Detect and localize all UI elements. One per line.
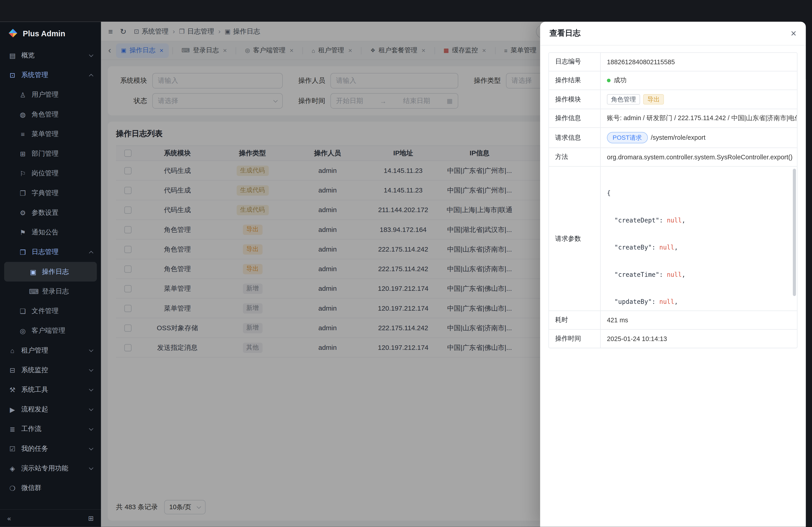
sidebar-item-client-management[interactable]: ◎客户端管理 — [4, 321, 97, 340]
scrollbar-thumb[interactable] — [793, 169, 796, 296]
sidebar-item-post-management[interactable]: ⚐岗位管理 — [4, 164, 97, 183]
sidebar-item-label: 菜单管理 — [32, 130, 58, 139]
sidebar-item-dict-management[interactable]: ❐字典管理 — [4, 183, 97, 203]
chevron-down-icon — [89, 406, 93, 411]
system-icon: ⊡ — [8, 71, 17, 79]
chevron-down-icon — [89, 347, 93, 352]
drawer-header: 查看日志 × — [540, 21, 806, 46]
app-logo-icon — [8, 28, 18, 38]
request-params-json[interactable]: { "createDept": null, "createBy": null, … — [607, 171, 791, 306]
notice-icon: ⚑ — [19, 229, 27, 236]
file-icon: ❏ — [19, 307, 27, 315]
success-dot — [607, 79, 611, 82]
sidebar-item-label: 日志管理 — [32, 247, 58, 257]
sidebar-item-my-tasks[interactable]: ☑我的任务 — [4, 439, 97, 458]
sidebar-item-label: 岗位管理 — [32, 169, 58, 178]
log-icon: ❒ — [19, 248, 27, 256]
gear-icon: ⚙ — [19, 209, 27, 216]
process-start-icon: ▶ — [8, 406, 17, 413]
chevron-down-icon — [89, 52, 93, 57]
sidebar-item-notice[interactable]: ⚑通知公告 — [4, 223, 97, 242]
duration-value: 421 ms — [601, 311, 797, 329]
sidebar-item-label: 用户管理 — [32, 90, 58, 99]
sidebar-item-label: 参数设置 — [32, 208, 58, 217]
screen: Plus Admin ▤概览 ⊡系统管理 ♙用户管理 ◍角色管理 ≡菜单管理 ⊞… — [0, 0, 812, 527]
request-path: /system/role/export — [651, 134, 705, 141]
export-tag: 导出 — [643, 94, 664, 105]
module-tag: 角色管理 — [607, 94, 640, 105]
field-label: 操作结果 — [549, 72, 601, 90]
sidebar-item-log-management[interactable]: ❒日志管理 — [4, 242, 97, 262]
drawer-title: 查看日志 — [549, 28, 581, 38]
sidebar-item-system-tools[interactable]: ⚒系统工具 — [4, 380, 97, 400]
chevron-down-icon — [89, 446, 93, 450]
app-logo-row[interactable]: Plus Admin — [0, 21, 101, 44]
sidebar-item-label: 工作流 — [21, 424, 42, 434]
user-icon: ♙ — [19, 91, 27, 99]
sidebar-item-label: 字典管理 — [32, 189, 58, 198]
sidebar-item-label: 系统管理 — [21, 70, 48, 79]
sidebar-item-role-management[interactable]: ◍角色管理 — [4, 105, 97, 124]
sidebar-item-overview[interactable]: ▤概览 — [4, 46, 97, 65]
field-label: 操作模块 — [549, 90, 601, 109]
sidebar-item-label: 系统工具 — [21, 385, 48, 394]
post-icon: ⚐ — [19, 169, 27, 177]
sidebar-item-system-monitor[interactable]: ⊟系统监控 — [4, 360, 97, 380]
tools-icon: ⚒ — [8, 386, 17, 394]
sidebar-item-menu-management[interactable]: ≡菜单管理 — [4, 124, 97, 144]
view-log-drawer: 查看日志 × 日志编号 1882612840802115585 操作结果 成功 … — [540, 21, 806, 527]
sidebar: Plus Admin ▤概览 ⊡系统管理 ♙用户管理 ◍角色管理 ≡菜单管理 ⊞… — [0, 21, 101, 527]
sidebar-item-demo-features[interactable]: ◈演示站专用功能 — [4, 458, 97, 478]
sidebar-item-workflow[interactable]: ≣工作流 — [4, 419, 97, 439]
sidebar-item-login-log[interactable]: ⌨登录日志 — [4, 282, 97, 301]
sidebar-item-user-management[interactable]: ♙用户管理 — [4, 85, 97, 105]
close-icon[interactable]: × — [791, 28, 797, 38]
sidebar-item-label: 角色管理 — [32, 110, 58, 119]
result-value: 成功 — [614, 76, 627, 85]
field-label: 请求信息 — [549, 128, 601, 147]
overview-icon: ▤ — [8, 51, 17, 59]
post-method-tag: POST请求 — [607, 132, 648, 144]
sidebar-item-system-management[interactable]: ⊡系统管理 — [4, 65, 97, 85]
log-id-value: 1882612840802115585 — [601, 53, 797, 71]
sidebar-item-process-start[interactable]: ▶流程发起 — [4, 400, 97, 419]
chevron-down-icon — [89, 426, 93, 430]
field-label: 请求参数 — [549, 167, 601, 311]
sidebar-item-dept-management[interactable]: ⊞部门管理 — [4, 144, 97, 163]
sidebar-item-file-management[interactable]: ❏文件管理 — [4, 301, 97, 321]
app-title: Plus Admin — [23, 29, 65, 37]
chevron-up-icon — [89, 74, 93, 78]
sidebar-item-label: 租户管理 — [21, 346, 48, 355]
field-label: 日志编号 — [549, 53, 601, 71]
pin-layout-icon[interactable]: ⊞ — [88, 514, 94, 522]
demo-icon: ◈ — [8, 465, 17, 472]
method-value: org.dromara.system.controller.system.Sys… — [601, 148, 797, 166]
dept-icon: ⊞ — [19, 150, 27, 157]
sidebar-item-operation-log[interactable]: ▣操作日志 — [4, 262, 97, 282]
monitor-icon: ⊟ — [8, 366, 17, 374]
operation-log-icon: ▣ — [29, 268, 38, 275]
dict-icon: ❐ — [19, 189, 27, 197]
sidebar-item-param-settings[interactable]: ⚙参数设置 — [4, 203, 97, 223]
chevron-up-icon — [89, 251, 93, 255]
field-label: 操作信息 — [549, 109, 601, 127]
operation-time-value: 2025-01-24 10:14:13 — [601, 330, 797, 348]
sidebar-menu: ▤概览 ⊡系统管理 ♙用户管理 ◍角色管理 ≡菜单管理 ⊞部门管理 ⚐岗位管理 … — [0, 44, 101, 509]
sidebar-item-tenant-management[interactable]: ⌂租户管理 — [4, 341, 97, 360]
sidebar-item-label: 概览 — [21, 51, 35, 60]
login-log-icon: ⌨ — [29, 287, 38, 295]
sidebar-item-label: 登录日志 — [42, 287, 69, 296]
sidebar-item-wechat-group[interactable]: ❍微信群 — [4, 478, 97, 498]
field-label: 方法 — [549, 148, 601, 166]
chevron-down-icon — [89, 367, 93, 371]
tasks-icon: ☑ — [8, 445, 17, 452]
sidebar-item-label: 通知公告 — [32, 228, 58, 237]
collapse-sidebar-icon[interactable]: « — [7, 514, 11, 522]
wechat-icon: ❍ — [8, 484, 17, 492]
workflow-icon: ≣ — [8, 425, 17, 433]
log-detail-table: 日志编号 1882612840802115585 操作结果 成功 操作模块 角色… — [548, 52, 797, 348]
chevron-down-icon — [89, 387, 93, 391]
drawer-body: 日志编号 1882612840802115585 操作结果 成功 操作模块 角色… — [540, 46, 806, 527]
sidebar-footer: « ⊞ — [0, 509, 101, 527]
menu-icon: ≡ — [19, 130, 27, 138]
